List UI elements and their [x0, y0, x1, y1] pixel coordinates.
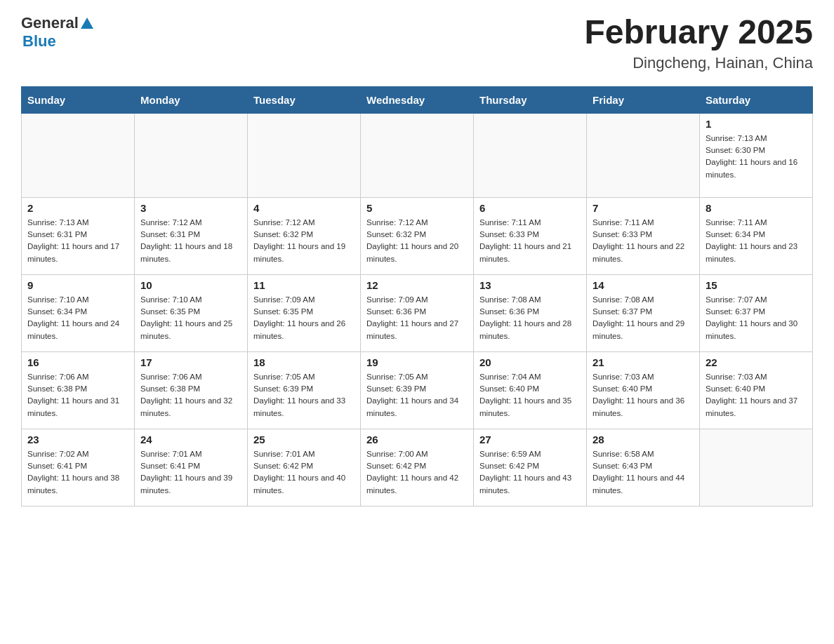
day-info: Sunrise: 7:10 AM Sunset: 6:34 PM Dayligh…	[27, 294, 128, 342]
calendar-cell: 9Sunrise: 7:10 AM Sunset: 6:34 PM Daylig…	[22, 274, 135, 351]
day-info: Sunrise: 7:01 AM Sunset: 6:41 PM Dayligh…	[140, 448, 241, 497]
calendar-cell: 22Sunrise: 7:03 AM Sunset: 6:40 PM Dayli…	[700, 351, 813, 429]
day-info: Sunrise: 7:02 AM Sunset: 6:41 PM Dayligh…	[27, 448, 128, 497]
calendar-cell	[474, 113, 587, 197]
calendar-cell: 24Sunrise: 7:01 AM Sunset: 6:41 PM Dayli…	[135, 429, 248, 506]
calendar-cell: 28Sunrise: 6:58 AM Sunset: 6:43 PM Dayli…	[587, 429, 700, 506]
title-block: February 2025 Dingcheng, Hainan, China	[584, 14, 813, 72]
calendar-table: Sunday Monday Tuesday Wednesday Thursday…	[21, 86, 813, 507]
logo-icon	[79, 15, 95, 30]
day-info: Sunrise: 7:08 AM Sunset: 6:36 PM Dayligh…	[479, 294, 581, 342]
day-number: 28	[593, 434, 694, 445]
day-number: 11	[253, 279, 355, 291]
day-info: Sunrise: 7:08 AM Sunset: 6:37 PM Dayligh…	[593, 294, 694, 342]
calendar-cell: 23Sunrise: 7:02 AM Sunset: 6:41 PM Dayli…	[22, 429, 135, 506]
calendar-cell: 16Sunrise: 7:06 AM Sunset: 6:38 PM Dayli…	[22, 351, 135, 429]
calendar-cell: 8Sunrise: 7:11 AM Sunset: 6:34 PM Daylig…	[700, 197, 813, 274]
day-info: Sunrise: 7:06 AM Sunset: 6:38 PM Dayligh…	[27, 371, 128, 420]
col-tuesday: Tuesday	[248, 86, 361, 113]
day-info: Sunrise: 7:10 AM Sunset: 6:35 PM Dayligh…	[140, 294, 241, 342]
day-number: 25	[253, 434, 355, 445]
calendar-cell: 11Sunrise: 7:09 AM Sunset: 6:35 PM Dayli…	[248, 274, 361, 351]
day-info: Sunrise: 7:12 AM Sunset: 6:32 PM Dayligh…	[253, 217, 355, 265]
calendar-cell: 17Sunrise: 7:06 AM Sunset: 6:38 PM Dayli…	[135, 351, 248, 429]
day-number: 27	[479, 434, 581, 445]
day-info: Sunrise: 7:05 AM Sunset: 6:39 PM Dayligh…	[366, 371, 468, 420]
calendar-cell: 4Sunrise: 7:12 AM Sunset: 6:32 PM Daylig…	[248, 197, 361, 274]
day-number: 8	[706, 202, 807, 214]
calendar-cell: 5Sunrise: 7:12 AM Sunset: 6:32 PM Daylig…	[361, 197, 474, 274]
day-number: 2	[27, 202, 128, 214]
calendar-cell	[22, 113, 135, 197]
day-number: 16	[27, 356, 128, 368]
day-info: Sunrise: 7:11 AM Sunset: 6:33 PM Dayligh…	[479, 217, 581, 265]
day-number: 4	[253, 202, 355, 214]
calendar-cell: 1Sunrise: 7:13 AM Sunset: 6:30 PM Daylig…	[700, 113, 813, 197]
header-row: Sunday Monday Tuesday Wednesday Thursday…	[22, 86, 813, 113]
calendar-week-1: 1Sunrise: 7:13 AM Sunset: 6:30 PM Daylig…	[22, 113, 813, 197]
day-info: Sunrise: 7:03 AM Sunset: 6:40 PM Dayligh…	[593, 371, 694, 420]
day-number: 22	[706, 356, 807, 368]
calendar-cell: 14Sunrise: 7:08 AM Sunset: 6:37 PM Dayli…	[587, 274, 700, 351]
day-info: Sunrise: 7:12 AM Sunset: 6:32 PM Dayligh…	[366, 217, 468, 265]
calendar-week-4: 16Sunrise: 7:06 AM Sunset: 6:38 PM Dayli…	[22, 351, 813, 429]
svg-marker-0	[81, 18, 93, 29]
calendar-cell: 27Sunrise: 6:59 AM Sunset: 6:42 PM Dayli…	[474, 429, 587, 506]
day-info: Sunrise: 6:59 AM Sunset: 6:42 PM Dayligh…	[479, 448, 581, 497]
col-thursday: Thursday	[474, 86, 587, 113]
logo: General Blue	[21, 14, 95, 51]
header: General Blue February 2025 Dingcheng, Ha…	[21, 14, 813, 72]
day-info: Sunrise: 7:03 AM Sunset: 6:40 PM Dayligh…	[706, 371, 807, 420]
calendar-cell: 18Sunrise: 7:05 AM Sunset: 6:39 PM Dayli…	[248, 351, 361, 429]
day-info: Sunrise: 7:09 AM Sunset: 6:35 PM Dayligh…	[253, 294, 355, 342]
calendar-cell: 25Sunrise: 7:01 AM Sunset: 6:42 PM Dayli…	[248, 429, 361, 506]
col-sunday: Sunday	[22, 86, 135, 113]
day-number: 1	[706, 118, 807, 130]
day-number: 12	[366, 279, 468, 291]
logo-general-text: General	[21, 14, 79, 32]
col-saturday: Saturday	[700, 86, 813, 113]
calendar-cell: 21Sunrise: 7:03 AM Sunset: 6:40 PM Dayli…	[587, 351, 700, 429]
day-info: Sunrise: 7:05 AM Sunset: 6:39 PM Dayligh…	[253, 371, 355, 420]
calendar-cell: 15Sunrise: 7:07 AM Sunset: 6:37 PM Dayli…	[700, 274, 813, 351]
day-number: 15	[706, 279, 807, 291]
day-number: 13	[479, 279, 581, 291]
day-info: Sunrise: 7:06 AM Sunset: 6:38 PM Dayligh…	[140, 371, 241, 420]
day-number: 14	[593, 279, 694, 291]
calendar-cell: 6Sunrise: 7:11 AM Sunset: 6:33 PM Daylig…	[474, 197, 587, 274]
day-number: 3	[140, 202, 241, 214]
calendar-cell: 19Sunrise: 7:05 AM Sunset: 6:39 PM Dayli…	[361, 351, 474, 429]
calendar-cell	[135, 113, 248, 197]
day-info: Sunrise: 7:11 AM Sunset: 6:34 PM Dayligh…	[706, 217, 807, 265]
col-monday: Monday	[135, 86, 248, 113]
calendar-cell: 20Sunrise: 7:04 AM Sunset: 6:40 PM Dayli…	[474, 351, 587, 429]
day-info: Sunrise: 7:09 AM Sunset: 6:36 PM Dayligh…	[366, 294, 468, 342]
calendar-cell: 26Sunrise: 7:00 AM Sunset: 6:42 PM Dayli…	[361, 429, 474, 506]
day-number: 19	[366, 356, 468, 368]
day-number: 9	[27, 279, 128, 291]
calendar-cell	[248, 113, 361, 197]
day-info: Sunrise: 7:00 AM Sunset: 6:42 PM Dayligh…	[366, 448, 468, 497]
day-info: Sunrise: 6:58 AM Sunset: 6:43 PM Dayligh…	[593, 448, 694, 497]
calendar-week-5: 23Sunrise: 7:02 AM Sunset: 6:41 PM Dayli…	[22, 429, 813, 506]
day-info: Sunrise: 7:07 AM Sunset: 6:37 PM Dayligh…	[706, 294, 807, 342]
day-number: 26	[366, 434, 468, 445]
calendar-cell: 13Sunrise: 7:08 AM Sunset: 6:36 PM Dayli…	[474, 274, 587, 351]
col-wednesday: Wednesday	[361, 86, 474, 113]
day-number: 10	[140, 279, 241, 291]
day-number: 20	[479, 356, 581, 368]
day-info: Sunrise: 7:04 AM Sunset: 6:40 PM Dayligh…	[479, 371, 581, 420]
calendar-cell: 3Sunrise: 7:12 AM Sunset: 6:31 PM Daylig…	[135, 197, 248, 274]
day-number: 5	[366, 202, 468, 214]
col-friday: Friday	[587, 86, 700, 113]
day-number: 24	[140, 434, 241, 445]
calendar-week-2: 2Sunrise: 7:13 AM Sunset: 6:31 PM Daylig…	[22, 197, 813, 274]
calendar-cell	[700, 429, 813, 506]
day-number: 21	[593, 356, 694, 368]
calendar-cell	[361, 113, 474, 197]
day-info: Sunrise: 7:11 AM Sunset: 6:33 PM Dayligh…	[593, 217, 694, 265]
day-info: Sunrise: 7:13 AM Sunset: 6:31 PM Dayligh…	[27, 217, 128, 265]
calendar-cell	[587, 113, 700, 197]
calendar-cell: 12Sunrise: 7:09 AM Sunset: 6:36 PM Dayli…	[361, 274, 474, 351]
day-info: Sunrise: 7:12 AM Sunset: 6:31 PM Dayligh…	[140, 217, 241, 265]
